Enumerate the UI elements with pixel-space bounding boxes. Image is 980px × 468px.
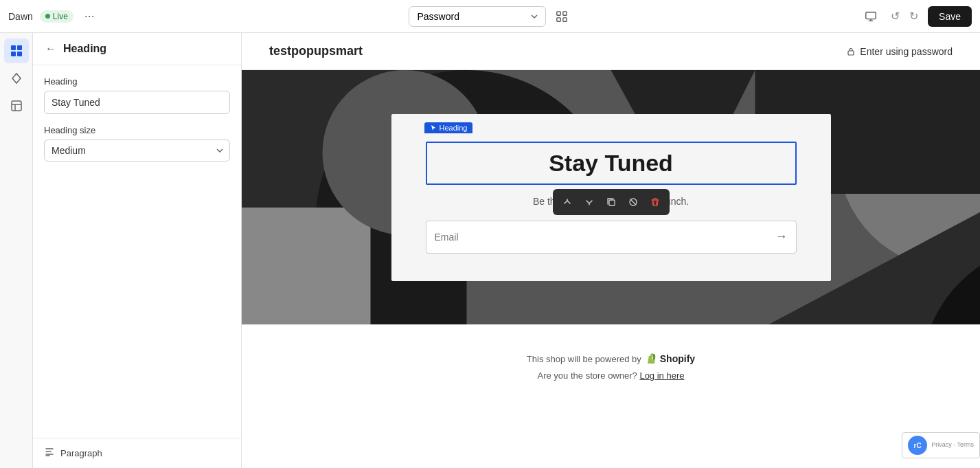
- move-down-button[interactable]: [579, 192, 600, 212]
- heading-block-wrapper: Heading Stay Tuned: [426, 142, 797, 185]
- props-body: Heading Heading size Small Medium Large …: [33, 65, 241, 172]
- duplicate-button[interactable]: [601, 192, 622, 212]
- props-header: ← Heading: [33, 33, 241, 65]
- topbar: Dawn Live ··· Password Home Products Col…: [0, 0, 980, 33]
- enter-password-link[interactable]: Enter using password: [846, 46, 953, 57]
- save-button[interactable]: Save: [928, 6, 972, 27]
- more-options-button[interactable]: ···: [80, 6, 99, 26]
- svg-rect-7: [11, 52, 16, 56]
- footer-owner-text: Are you the store owner? Log in here: [269, 370, 953, 381]
- page-select[interactable]: Password Home Products Collections: [409, 6, 546, 27]
- undo-button[interactable]: ↺: [887, 7, 904, 25]
- move-up-button[interactable]: [557, 192, 578, 212]
- heading-label-tag: Heading: [424, 122, 473, 133]
- move-down-icon: [584, 197, 594, 207]
- svg-rect-2: [556, 17, 560, 21]
- recaptcha-badge: rC Privacy - Terms: [902, 432, 980, 458]
- store-name: testpopupsmart: [269, 44, 363, 58]
- cursor-icon: [430, 124, 437, 131]
- move-up-icon: [562, 197, 572, 207]
- preview-inner: testpopupsmart Enter using password: [242, 33, 980, 468]
- email-input-row[interactable]: →: [426, 221, 797, 254]
- recaptcha-text: Privacy - Terms: [931, 441, 974, 449]
- popup-overlay: Heading Stay Tuned: [242, 70, 980, 324]
- shopify-icon: [646, 353, 658, 365]
- heading-text: Stay Tuned: [441, 150, 782, 177]
- grid-icon: [556, 10, 568, 23]
- paragraph-icon: [44, 447, 55, 460]
- svg-rect-6: [17, 45, 22, 50]
- lock-icon: [846, 47, 856, 56]
- monitor-preview-button[interactable]: [861, 6, 881, 27]
- heading-field-label: Heading: [44, 76, 230, 87]
- heading-text-input[interactable]: [44, 91, 230, 114]
- sidebar-item-apps[interactable]: [4, 66, 29, 91]
- footer-powered-text: This shop will be powered by Shopify: [269, 353, 953, 365]
- undo-redo-group: ↺ ↻: [887, 7, 922, 25]
- apps-icon: [10, 71, 23, 85]
- panel-bottom-item[interactable]: Paragraph: [33, 438, 241, 468]
- email-input[interactable]: [435, 232, 775, 243]
- heading-size-select[interactable]: Small Medium Large Extra large: [44, 140, 230, 161]
- svg-rect-1: [562, 11, 566, 14]
- shopify-logo: Shopify: [646, 353, 695, 365]
- panel-title: Heading: [63, 43, 106, 55]
- popup-card: Heading Stay Tuned: [391, 114, 831, 281]
- grid-view-button[interactable]: [551, 6, 572, 27]
- svg-rect-8: [17, 52, 22, 56]
- sections-icon: [10, 44, 23, 58]
- email-arrow: →: [775, 230, 788, 244]
- heading-size-group: Heading size Small Medium Large Extra la…: [44, 125, 230, 161]
- svg-rect-9: [12, 101, 21, 111]
- live-dot: [45, 14, 50, 19]
- store-topbar: testpopupsmart Enter using password: [242, 33, 980, 70]
- theme-name: Dawn: [8, 11, 33, 22]
- hide-button[interactable]: [623, 192, 643, 212]
- preview-area: testpopupsmart Enter using password: [242, 33, 980, 468]
- icon-sidebar: [0, 33, 33, 468]
- delete-icon: [650, 197, 660, 207]
- heading-field-group: Heading: [44, 76, 230, 114]
- duplicate-icon: [606, 197, 616, 207]
- redo-button[interactable]: ↻: [905, 7, 922, 25]
- footer-login-link[interactable]: Log in here: [639, 370, 684, 381]
- properties-panel: ← Heading Heading Heading size Small Med…: [33, 33, 242, 468]
- panel-bottom-label: Paragraph: [60, 448, 102, 458]
- heading-size-label: Heading size: [44, 125, 230, 135]
- hide-icon: [628, 197, 638, 207]
- context-toolbar: [553, 189, 670, 215]
- svg-rect-23: [609, 200, 615, 205]
- svg-rect-0: [556, 11, 560, 14]
- live-badge: Live: [40, 10, 73, 23]
- recaptcha-logo: rC: [908, 436, 927, 455]
- svg-rect-3: [562, 17, 566, 21]
- monitor-icon: [865, 10, 877, 23]
- sidebar-item-sections[interactable]: [4, 38, 29, 63]
- main-layout: ← Heading Heading Heading size Small Med…: [0, 33, 980, 468]
- sidebar-item-blocks[interactable]: [4, 93, 29, 118]
- svg-rect-4: [866, 12, 876, 19]
- delete-button[interactable]: [645, 192, 665, 212]
- heading-block[interactable]: Stay Tuned: [426, 142, 797, 185]
- svg-rect-5: [11, 45, 16, 50]
- back-button[interactable]: ←: [44, 41, 58, 56]
- blocks-icon: [10, 99, 23, 113]
- hero-section: Heading Stay Tuned: [242, 70, 980, 324]
- preview-footer: This shop will be powered by Shopify Are…: [242, 324, 980, 408]
- svg-rect-10: [848, 51, 854, 55]
